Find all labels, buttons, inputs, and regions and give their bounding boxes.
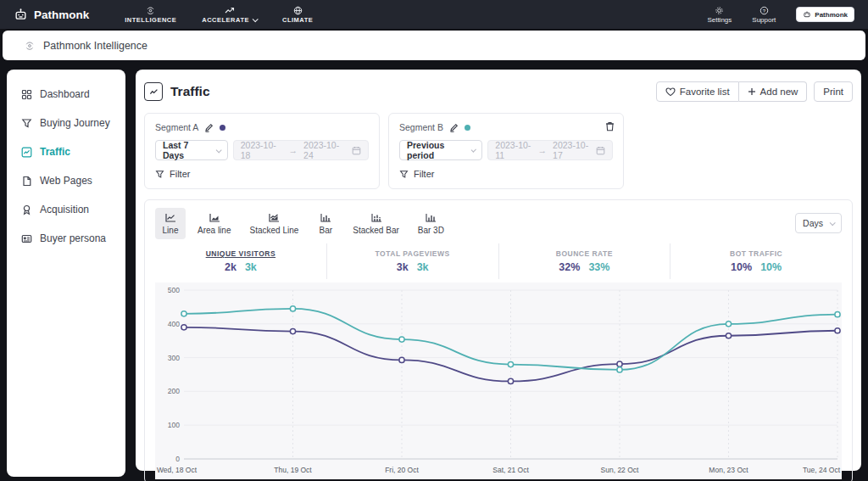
- svg-text:Sat, 21 Oct: Sat, 21 Oct: [492, 466, 529, 474]
- segment-color-dot[interactable]: [465, 125, 470, 131]
- fingerprint-icon: [146, 6, 155, 15]
- favorite-addnew-group: Favorite list Add new: [656, 81, 808, 102]
- svg-text:Fri, 20 Oct: Fri, 20 Oct: [385, 466, 419, 474]
- support-button[interactable]: ? Support: [752, 6, 776, 24]
- support-label: Support: [752, 16, 776, 24]
- chevron-down-icon: [470, 147, 476, 153]
- filter-label: Filter: [414, 169, 434, 179]
- svg-text:500: 500: [168, 286, 180, 294]
- nav-label: INTELLIGENCE: [125, 16, 176, 24]
- svg-text:Mon, 23 Oct: Mon, 23 Oct: [709, 466, 748, 474]
- date-range-select[interactable]: Previous period: [399, 140, 482, 160]
- trend-up-icon: [225, 6, 235, 15]
- breadcrumb-label[interactable]: Pathmonk Intelligence: [43, 40, 147, 52]
- calendar-icon: [352, 146, 361, 155]
- svg-text:Sun, 22 Oct: Sun, 22 Oct: [601, 466, 640, 474]
- funnel-icon: [155, 170, 164, 179]
- stacked-area-type-icon: [268, 213, 280, 223]
- interval-select[interactable]: Days: [795, 213, 842, 233]
- chevron-down-icon: [216, 147, 222, 153]
- metric-value-segment-a: 10%: [731, 261, 752, 273]
- interval-value: Days: [803, 218, 823, 228]
- metrics-row: UNIQUE VISITORS 2k 3k TOTAL PAGEVIEWS 3k…: [155, 243, 842, 279]
- grid-icon: [21, 89, 32, 100]
- delete-segment-icon[interactable]: [605, 121, 615, 131]
- metric-label: BOUNCE RATE: [556, 249, 613, 258]
- settings-button[interactable]: Settings: [707, 6, 732, 24]
- chevron-down-icon: [830, 220, 836, 226]
- funnel-icon: [21, 118, 32, 129]
- segment-cards-row: Segment A Last 7 Days 2023-10-18: [144, 113, 853, 189]
- traffic-line-chart[interactable]: 0100200300400500Wed, 18 OctThu, 19 OctFr…: [155, 282, 842, 479]
- add-new-button[interactable]: Add new: [739, 81, 808, 102]
- sidebar-item-dashboard[interactable]: Dashboard: [7, 80, 125, 109]
- segment-b-controls: Previous period 2023-10-11 → 2023-10-17: [399, 140, 613, 160]
- metric-unique-visitors[interactable]: UNIQUE VISITORS 2k 3k: [155, 243, 327, 279]
- segment-b-card: Segment B Previous period: [388, 113, 624, 189]
- account-button[interactable]: Pathmonk: [796, 7, 854, 22]
- segment-name: Segment A: [155, 122, 198, 132]
- sidebar-item-traffic[interactable]: Traffic: [7, 137, 125, 166]
- tab-stacked-bar[interactable]: Stacked Bar: [346, 208, 405, 239]
- metric-value-segment-a: 32%: [559, 261, 580, 273]
- print-button[interactable]: Print: [814, 81, 853, 102]
- sidebar-item-label: Web Pages: [40, 175, 92, 187]
- award-icon: [21, 204, 32, 215]
- metric-label: UNIQUE VISITORS: [206, 249, 275, 258]
- topbar-right-actions: Settings ? Support Pathmonk: [707, 6, 854, 24]
- metric-value-segment-b: 3k: [417, 261, 429, 273]
- sidebar-item-label: Acquisition: [40, 204, 89, 215]
- tab-bar-3d[interactable]: Bar 3D: [411, 208, 451, 239]
- line-chart-type-icon: [164, 213, 176, 223]
- favorite-list-button[interactable]: Favorite list: [656, 81, 739, 102]
- segment-a-filter-button[interactable]: Filter: [155, 169, 369, 179]
- tab-label: Stacked Line: [249, 226, 298, 235]
- tab-area-line[interactable]: Area line: [191, 208, 237, 239]
- sidebar-item-buyer-persona[interactable]: Buyer persona: [7, 224, 125, 253]
- nav-intelligence[interactable]: INTELLIGENCE: [125, 6, 176, 24]
- date-start: 2023-10-11: [495, 140, 531, 160]
- sidebar-item-web-pages[interactable]: Web Pages: [7, 166, 125, 195]
- range-label: Last 7 Days: [163, 140, 209, 160]
- pathmonk-logo[interactable]: Pathmonk: [14, 8, 89, 22]
- sidebar-item-buying-journey[interactable]: Buying Journey: [7, 109, 125, 137]
- metric-value-segment-a: 3k: [397, 261, 409, 273]
- segment-b-header: Segment B: [399, 122, 613, 132]
- globe-icon: [293, 6, 303, 15]
- metric-label: TOTAL PAGEVIEWS: [376, 249, 450, 258]
- segment-b-filter-button[interactable]: Filter: [399, 169, 613, 179]
- svg-text:?: ?: [763, 8, 766, 13]
- metric-value-segment-b: 10%: [760, 261, 782, 273]
- segment-color-dot[interactable]: [220, 125, 225, 131]
- settings-label: Settings: [707, 16, 732, 24]
- svg-text:100: 100: [168, 421, 180, 429]
- metric-bounce-rate[interactable]: BOUNCE RATE 32% 33%: [499, 243, 671, 279]
- tab-bar[interactable]: Bar: [310, 208, 341, 239]
- sidebar-item-acquisition[interactable]: Acquisition: [7, 195, 125, 224]
- calendar-icon: [596, 146, 605, 155]
- header-actions: Favorite list Add new Print: [656, 81, 853, 102]
- svg-text:Tue, 24 Oct: Tue, 24 Oct: [803, 466, 841, 474]
- metric-value-segment-b: 3k: [245, 261, 257, 273]
- chart-type-tabs: Line Area line Sta: [155, 208, 842, 239]
- tab-stacked-line[interactable]: Stacked Line: [242, 208, 305, 239]
- sidebar-item-label: Buying Journey: [40, 117, 110, 129]
- tab-line[interactable]: Line: [155, 208, 186, 239]
- logo-text: Pathmonk: [34, 8, 89, 21]
- nav-climate[interactable]: CLIMATE: [282, 6, 313, 24]
- metric-total-pageviews[interactable]: TOTAL PAGEVIEWS 3k 3k: [327, 243, 499, 279]
- id-card-icon: [21, 233, 32, 244]
- nav-accelerate[interactable]: ACCELERATE: [202, 6, 257, 24]
- date-range-picker[interactable]: 2023-10-18 → 2023-10-24: [233, 140, 369, 160]
- svg-text:Wed, 18 Oct: Wed, 18 Oct: [157, 466, 198, 474]
- main-content: Traffic Favorite list: [136, 70, 861, 471]
- segment-a-controls: Last 7 Days 2023-10-18 → 2023-10-24: [155, 140, 369, 160]
- date-range-picker[interactable]: 2023-10-11 → 2023-10-17: [487, 140, 613, 160]
- nav-label: ACCELERATE: [202, 16, 249, 24]
- metric-value-segment-b: 33%: [588, 261, 609, 273]
- date-range-select[interactable]: Last 7 Days: [155, 140, 228, 160]
- area-chart-type-icon: [209, 213, 220, 223]
- edit-pencil-icon[interactable]: [449, 123, 459, 132]
- metric-bot-traffic[interactable]: BOT TRAFFIC 10% 10%: [670, 243, 842, 279]
- edit-pencil-icon[interactable]: [204, 123, 214, 132]
